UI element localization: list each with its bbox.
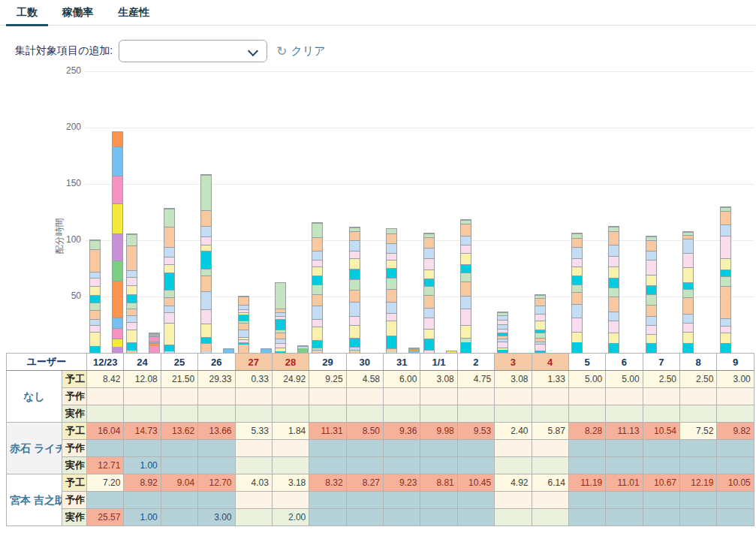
value-cell [124,388,161,405]
bar-segment [609,278,619,288]
bar-segment [90,295,100,303]
value-cell: 4.75 [457,371,494,388]
value-cell: 29.33 [198,371,235,388]
bar-segment [127,245,137,270]
bar-segment [127,322,137,329]
bar-segment [312,340,322,348]
bar-segment [646,334,656,343]
bar-segment [535,306,545,314]
bar-segment [646,316,656,325]
value-cell: 13.62 [161,423,197,440]
bar-segment [90,319,100,325]
bar-segment [312,306,322,319]
date-header-cell: 27 [235,354,272,371]
stacked-bar[interactable] [126,233,137,354]
date-header-cell: 7 [643,354,679,371]
bar-segment [90,249,100,272]
value-cell [309,440,346,457]
clear-button[interactable]: ↻ クリア [276,44,325,59]
bar-segment [721,318,730,326]
bar-segment [683,332,693,343]
value-cell [606,405,643,423]
bar-segment [127,234,137,245]
stacked-bar[interactable] [535,294,546,354]
stacked-bar[interactable] [200,174,212,355]
value-cell [384,509,420,526]
stacked-bar[interactable] [608,226,619,355]
value-cell [643,457,679,474]
bar-segment [461,309,471,325]
value-cell [457,457,494,474]
aggregation-dropdown[interactable] [119,40,267,62]
stacked-bar[interactable] [682,231,694,354]
bar-segment [461,342,471,354]
stacked-bar[interactable] [89,239,101,355]
value-cell: 11.19 [568,474,605,492]
stacked-bar[interactable] [275,282,286,355]
bar-segment [201,226,211,236]
bar-segment [164,312,174,323]
value-cell [272,457,309,474]
value-cell [680,440,717,457]
stacked-bar[interactable] [720,206,731,354]
value-cell [198,405,235,423]
bar-segment [572,332,582,342]
value-cell [198,492,235,509]
value-cell [420,440,457,457]
value-cell [568,440,605,457]
value-cell [198,457,235,474]
bar-segment [312,223,322,237]
value-cell: 8.81 [420,474,457,492]
date-header-cell: 3 [495,354,532,371]
value-cell [568,492,605,509]
value-cell [235,440,272,457]
stacked-bar[interactable] [164,208,175,355]
stacked-bar[interactable] [238,296,249,355]
bar-segment [646,275,656,285]
value-cell [568,388,605,405]
bar-segment [201,276,211,291]
bar-segment [239,297,248,305]
value-cell: 7.52 [680,423,717,440]
stacked-bar[interactable] [497,312,508,355]
bar-segment [276,282,285,309]
bar-segment [90,272,100,278]
stacked-bar[interactable] [460,219,471,355]
value-cell: 1.00 [124,509,161,526]
tab-productivity[interactable]: 生産性 [107,0,160,26]
value-cell [717,492,754,509]
tab-utilization[interactable]: 稼働率 [51,0,104,26]
stacked-bar[interactable] [571,233,583,355]
stacked-bar[interactable] [423,233,435,355]
value-cell: 8.27 [346,474,383,492]
stacked-bar[interactable] [386,228,397,355]
bar-segment [721,343,730,354]
bar-segment [127,342,137,351]
stacked-bar[interactable] [646,236,657,354]
bar-segment [646,305,656,316]
tab-manhours[interactable]: 工数 [6,0,48,26]
bar-segment [461,253,471,264]
bar-segment [721,326,730,333]
row-label-cell: 予作 [62,388,87,405]
bar-segment [387,313,396,320]
stacked-bar[interactable] [312,222,323,354]
value-cell: 12.70 [198,474,235,492]
bar-segment [683,253,693,267]
bar-segment [424,270,434,279]
y-tick-label: 100 [44,234,81,245]
value-cell [309,457,346,474]
stacked-bar[interactable] [112,131,123,355]
value-cell [161,492,197,509]
bar-segment [572,276,582,285]
value-cell [346,388,383,405]
stacked-bar[interactable] [149,333,160,354]
bar-segment [609,343,619,354]
value-cell: 14.73 [124,423,161,440]
value-cell [457,388,494,405]
value-cell [495,457,532,474]
bar-segment [312,285,322,294]
stacked-bar[interactable] [349,227,360,354]
bar-segment [90,332,100,346]
bar-segment [387,278,396,289]
